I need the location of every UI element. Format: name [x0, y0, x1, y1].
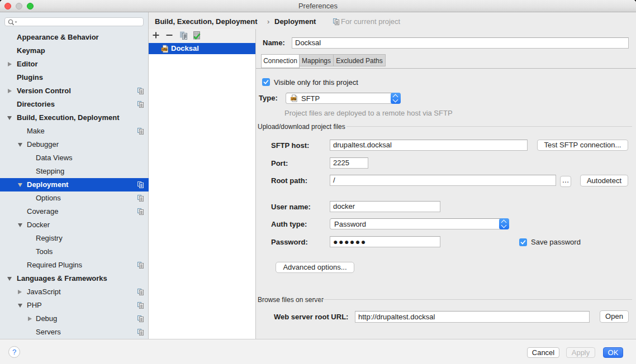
svg-text:sftp: sftp: [291, 98, 296, 100]
svg-text:sftp: sftp: [162, 47, 168, 51]
